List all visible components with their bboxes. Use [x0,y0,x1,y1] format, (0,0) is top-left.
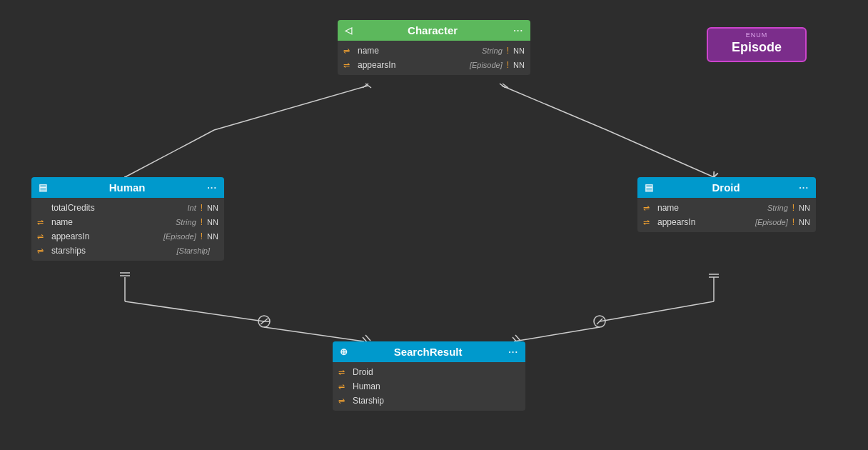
field-icon: ⇌ [343,61,355,70]
droid-title: Droid [653,181,799,194]
searchresult-body: ⇌ Droid ⇌ Human ⇌ Starship [333,362,525,411]
svg-line-23 [597,319,602,324]
character-icon: ◁ [345,25,352,36]
table-row: ⇌ appearsIn [Episode] ! NN [637,215,816,229]
human-entity: ▤ Human ··· totalCredits Int ! NN ⇌ name… [31,177,224,261]
field-name: appearsIn [657,217,707,227]
droid-header[interactable]: ▤ Droid ··· [637,177,816,198]
table-row: ⇌ appearsIn [Episode] ! NN [31,229,224,244]
svg-line-0 [214,86,368,130]
svg-line-21 [600,301,714,321]
field-nn: NN [799,218,810,226]
table-row: ⇌ Human [333,379,525,394]
field-icon: ⇌ [338,382,350,391]
field-nn: NN [207,204,218,212]
field-icon: ⇌ [37,218,49,227]
field-bang: ! [201,217,203,227]
table-row: ⇌ name String ! NN [338,44,530,58]
table-row: ⇌ starships [Starship] [31,244,224,258]
character-body: ⇌ name String ! NN ⇌ appearsIn [Episode]… [338,41,530,75]
field-icon: ⇌ [343,46,355,56]
field-nn: NN [513,46,525,55]
field-name: appearsIn [358,60,408,70]
svg-line-2 [365,84,371,88]
svg-line-3 [363,84,368,88]
svg-line-7 [503,84,508,88]
searchresult-title: SearchResult [348,346,508,358]
field-name: Droid [353,367,403,377]
droid-dots[interactable]: ··· [799,182,809,193]
human-body: totalCredits Int ! NN ⇌ name String ! NN… [31,198,224,261]
field-type: [Episode] [410,61,503,69]
field-nn: NN [513,61,525,69]
searchresult-header[interactable]: ⊕ SearchResult ··· [333,341,525,362]
field-icon: ⇌ [338,396,350,406]
field-bang: ! [507,60,509,70]
svg-line-6 [500,84,505,88]
droid-entity: ▤ Droid ··· ⇌ name String ! NN ⇌ appears… [637,177,816,232]
character-entity: ◁ Character ··· ⇌ name String ! NN ⇌ app… [338,20,530,75]
svg-line-4 [502,86,607,130]
droid-icon: ▤ [645,182,653,193]
svg-line-11 [125,301,264,321]
field-nn: NN [799,204,810,212]
svg-line-5 [607,130,714,177]
field-name: totalCredits [51,203,101,213]
episode-enum-label: ENUM [715,31,798,39]
field-type: [Starship] [104,246,210,255]
field-icon: ⇌ [643,204,655,213]
field-type: [Episode] [104,232,196,241]
field-name: name [657,203,707,213]
field-type: [Episode] [710,218,788,226]
field-type: Int [104,204,196,212]
field-icon: ⇌ [338,368,350,377]
searchresult-entity: ⊕ SearchResult ··· ⇌ Droid ⇌ Human ⇌ Sta… [333,341,525,411]
human-icon: ▤ [39,182,47,193]
svg-line-17 [365,335,370,341]
field-type: String [104,218,196,226]
table-row: totalCredits Int ! NN [31,201,224,215]
table-row: ⇌ name String ! NN [31,215,224,229]
svg-line-24 [514,327,600,341]
field-icon: ⇌ [37,232,49,241]
field-name: starships [51,246,101,256]
episode-title: Episode [715,39,798,61]
field-nn: NN [207,218,218,226]
character-title: Character [352,24,513,36]
episode-header: ENUM Episode [708,29,805,61]
field-type: String [410,46,503,55]
field-bang: ! [792,217,794,227]
episode-entity: ENUM Episode [707,27,807,62]
field-bang: ! [792,203,794,213]
human-title: Human [47,181,207,194]
field-name: Starship [353,396,403,406]
field-name: Human [353,381,403,391]
svg-line-26 [515,335,520,341]
field-name: name [51,217,101,227]
svg-line-15 [264,327,364,341]
table-row: ⇌ Droid [333,365,525,379]
field-icon: ⇌ [643,218,655,227]
field-bang: ! [507,46,509,56]
field-type: String [710,204,788,212]
svg-point-22 [594,316,605,327]
droid-body: ⇌ name String ! NN ⇌ appearsIn [Episode]… [637,198,816,232]
searchresult-dots[interactable]: ··· [508,346,518,357]
field-nn: NN [207,232,218,241]
field-bang: ! [201,203,203,213]
human-header[interactable]: ▤ Human ··· [31,177,224,198]
field-bang: ! [201,231,203,241]
character-header[interactable]: ◁ Character ··· [338,20,530,41]
field-name: name [358,46,408,56]
svg-line-13 [261,319,268,324]
svg-line-1 [125,130,214,177]
field-icon: ⇌ [37,246,49,256]
table-row: ⇌ name String ! NN [637,201,816,215]
table-row: ⇌ appearsIn [Episode] ! NN [338,58,530,72]
field-name: appearsIn [51,231,101,241]
human-dots[interactable]: ··· [207,182,217,193]
character-dots[interactable]: ··· [513,25,523,36]
svg-point-12 [258,316,270,327]
table-row: ⇌ Starship [333,394,525,408]
searchresult-icon: ⊕ [340,346,348,357]
